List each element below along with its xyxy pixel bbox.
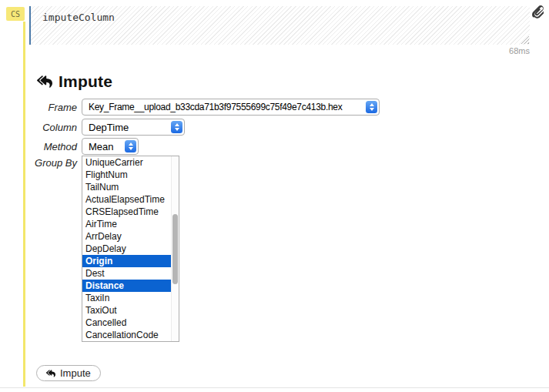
list-item[interactable]: AirTime — [82, 218, 171, 230]
list-item[interactable]: TaxiIn — [82, 292, 171, 304]
list-item[interactable]: Cancelled — [82, 317, 171, 329]
column-row: Column DepTime — [0, 119, 185, 136]
resize-handle[interactable] — [521, 35, 529, 44]
group-by-options: UniqueCarrierFlightNumTailNumActualElaps… — [82, 156, 171, 341]
list-item[interactable]: CancellationCode — [82, 329, 171, 341]
execution-time: 68ms — [29, 46, 530, 55]
column-label: Column — [0, 122, 77, 133]
paperclip-icon[interactable] — [532, 5, 544, 18]
page-title: Impute — [59, 72, 112, 91]
list-item[interactable]: Dest — [82, 267, 171, 280]
list-item[interactable]: Origin — [82, 255, 171, 267]
reply-arrow-icon — [46, 369, 55, 378]
select-stepper-icon — [171, 121, 182, 133]
method-select[interactable]: Mean — [82, 138, 139, 155]
select-stepper-icon — [366, 101, 377, 113]
code-editor[interactable]: imputeColumn — [29, 6, 530, 45]
scrollbar-thumb[interactable] — [172, 214, 178, 284]
group-by-row: Group By UniqueCarrierFlightNumTailNumAc… — [0, 156, 179, 342]
list-item[interactable]: TaxiOut — [82, 304, 171, 317]
code-text[interactable]: imputeColumn — [42, 12, 115, 23]
impute-button-label: Impute — [60, 367, 91, 379]
list-item[interactable]: ActualElapsedTime — [82, 193, 171, 206]
scrollbar[interactable] — [171, 156, 179, 341]
section-title: Impute — [37, 71, 112, 92]
frame-select[interactable]: Key_Frame__upload_b33cda71b3f97555699c75… — [82, 99, 380, 116]
impute-button[interactable]: Impute — [36, 365, 101, 381]
frame-row: Frame Key_Frame__upload_b33cda71b3f97555… — [0, 99, 380, 116]
list-item[interactable]: Distance — [82, 280, 171, 292]
group-by-list[interactable]: UniqueCarrierFlightNumTailNumActualElaps… — [82, 156, 179, 342]
group-by-label: Group By — [0, 156, 77, 169]
cell-type-badge: CS — [6, 7, 25, 21]
list-item[interactable]: DepDelay — [82, 243, 171, 255]
column-select-value: DepTime — [89, 122, 146, 133]
frame-select-value: Key_Frame__upload_b33cda71b3f97555699c75… — [89, 102, 359, 112]
list-item[interactable]: TailNum — [82, 181, 171, 193]
reply-arrow-icon — [37, 74, 52, 89]
frame-label: Frame — [0, 102, 77, 113]
list-item[interactable]: FlightNum — [82, 169, 171, 181]
list-item[interactable]: ArrDelay — [82, 230, 171, 243]
select-stepper-icon — [125, 140, 136, 152]
method-label: Method — [0, 141, 77, 152]
list-item[interactable]: UniqueCarrier — [82, 156, 171, 169]
cell-divider — [0, 387, 549, 388]
column-select[interactable]: DepTime — [82, 119, 185, 136]
method-row: Method Mean — [0, 138, 139, 155]
list-item[interactable]: CRSElapsedTime — [82, 206, 171, 218]
